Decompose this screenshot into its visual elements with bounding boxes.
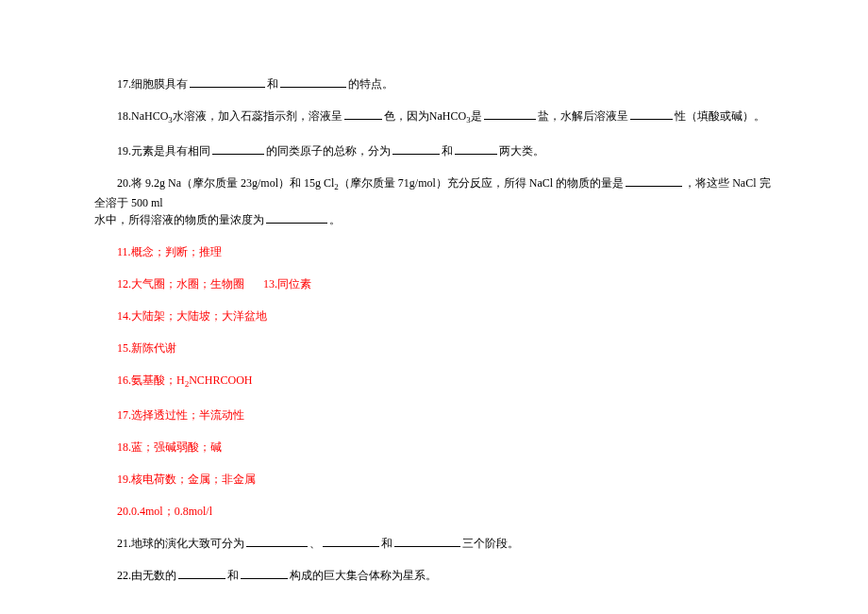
question-text: 细胞膜具有 (131, 77, 188, 91)
blank-field (246, 536, 308, 547)
question-text: 性（填酸或碱）。 (675, 109, 765, 123)
question-text: 和 (227, 569, 239, 582)
answer-text: NCHRCOOH (189, 373, 252, 387)
blank-field (626, 175, 682, 187)
answer-11: 11.概念；判断；推理 (94, 243, 774, 260)
question-text: 元素是具有相同 (131, 144, 210, 158)
question-text: 和 (267, 77, 278, 91)
answer-17: 17.选择透过性；半流动性 (94, 407, 774, 423)
blank-field (455, 143, 497, 155)
answer-text: 19.核电荷数；金属；非金属 (117, 473, 256, 486)
question-text: 水中，所得溶液的物质的量浓度为 (94, 213, 264, 226)
blank-field (630, 108, 673, 120)
question-text: 的同类原子的总称，分为 (266, 144, 391, 158)
blank-field (212, 143, 264, 155)
question-text: （摩尔质量 71g/mol）充分反应，所得 NaCl 的物质的量是 (339, 176, 624, 190)
answer-text: 15.新陈代谢 (117, 341, 176, 355)
blank-field (190, 76, 265, 88)
answer-20: 20.0.4mol；0.8mol/l (94, 503, 774, 520)
answer-text: 12.大气圈；水圈；生物圈 (117, 277, 244, 290)
question-text: 和 (381, 537, 392, 550)
question-number: 19. (117, 144, 131, 158)
answer-16: 16.氨基酸；H2NCHRCOOH (94, 372, 774, 391)
answer-14: 14.大陆架；大陆坡；大洋盆地 (94, 307, 774, 324)
answer-text: 13.同位素 (263, 277, 311, 290)
question-text: 和 (442, 144, 453, 158)
blank-field (484, 108, 536, 120)
question-text: 将 9.2g Na（摩尔质量 23g/mol）和 15g Cl (131, 176, 334, 190)
blank-field (394, 536, 460, 547)
answer-15: 15.新陈代谢 (94, 340, 774, 357)
question-17: 17.细胞膜具有和的特点。 (94, 75, 774, 92)
question-19: 19.元素是具有相同的同类原子的总称，分为和两大类。 (94, 142, 774, 159)
question-number: 17. (117, 77, 131, 91)
question-text: 三个阶段。 (462, 537, 519, 550)
blank-field (323, 536, 379, 547)
blank-field (392, 143, 440, 155)
question-number: 18. (117, 109, 131, 123)
question-text: 、 (309, 537, 321, 550)
question-20: 20.将 9.2g Na（摩尔质量 23g/mol）和 15g Cl2（摩尔质量… (94, 174, 774, 228)
question-22: 22.由无数的和构成的巨大集合体称为星系。 (94, 567, 774, 584)
question-text: 。 (329, 213, 341, 226)
question-text: 地球的演化大致可分为 (131, 537, 244, 550)
question-text: 是 (471, 109, 482, 123)
answer-text: 20.0.4mol；0.8mol/l (117, 505, 212, 518)
question-text: 水溶液，加入石蕊指示剂，溶液呈 (173, 109, 342, 123)
blank-field (280, 76, 346, 88)
answer-text: 18.蓝；强碱弱酸；碱 (117, 440, 222, 454)
answer-12-13: 12.大气圈；水圈；生物圈13.同位素 (94, 275, 774, 292)
answer-text: 17.选择透过性；半流动性 (117, 408, 244, 422)
answer-text: 11.概念；判断；推理 (117, 245, 222, 258)
answer-text: 16.氨基酸；H (117, 373, 185, 387)
question-text: 的特点。 (348, 77, 393, 91)
blank-field (344, 108, 382, 120)
question-18: 18.NaHCO3水溶液，加入石蕊指示剂，溶液呈色，因为NaHCO3是盐，水解后… (94, 108, 774, 127)
answer-18: 18.蓝；强碱弱酸；碱 (94, 439, 774, 456)
question-text: 构成的巨大集合体称为星系。 (290, 569, 437, 582)
answer-19: 19.核电荷数；金属；非金属 (94, 471, 774, 488)
question-number: 20. (117, 176, 131, 190)
question-text: 两大类。 (499, 144, 544, 158)
question-number: 21. (117, 537, 131, 550)
question-number: 22. (117, 569, 131, 582)
blank-field (178, 568, 225, 579)
question-text: 由无数的 (131, 569, 176, 582)
question-21: 21.地球的演化大致可分为、和三个阶段。 (94, 535, 774, 552)
blank-field (241, 568, 288, 579)
answer-text: 14.大陆架；大陆坡；大洋盆地 (117, 309, 267, 323)
question-text: 色，因为NaHCO (384, 109, 466, 123)
question-text: NaHCO (131, 109, 168, 123)
question-text: 盐，水解后溶液呈 (538, 109, 628, 123)
blank-field (266, 212, 327, 224)
